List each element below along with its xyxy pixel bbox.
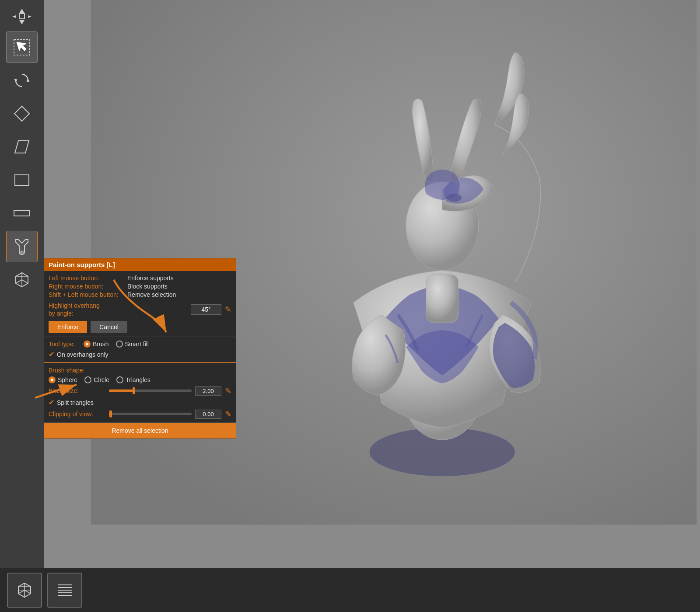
brush-size-edit-icon[interactable]: ✎ — [225, 386, 231, 396]
svg-marker-16 — [15, 141, 29, 153]
brush-size-thumb[interactable] — [133, 387, 135, 394]
svg-point-19 — [20, 250, 24, 254]
support-brush-tool-icon[interactable] — [6, 231, 38, 262]
clipping-slider[interactable] — [109, 413, 192, 415]
svg-marker-14 — [14, 79, 18, 82]
svg-line-22 — [16, 280, 22, 283]
shift-mouse-label: Shift + Left mouse button: — [49, 291, 127, 298]
brush-radio-item[interactable]: Brush — [84, 341, 109, 348]
panel-title: Paint-on supports [L] — [44, 258, 236, 271]
shear-tool-icon[interactable] — [6, 131, 38, 163]
brush-size-value: 2.00 — [195, 386, 221, 396]
enforce-button[interactable]: Enforce — [49, 321, 87, 333]
svg-line-29 — [18, 590, 24, 594]
sphere-radio-label: Sphere — [58, 376, 77, 383]
circle-radio-item[interactable]: Circle — [84, 376, 109, 383]
brush-size-row: Brush size: 2.00 ✎ — [49, 386, 231, 396]
tool-type-label: Tool type: — [49, 341, 75, 348]
svg-rect-3 — [426, 275, 458, 323]
circle-radio-label: Circle — [94, 376, 109, 383]
shift-mouse-row: Shift + Left mouse button: Remove select… — [49, 291, 231, 298]
svg-marker-9 — [12, 15, 16, 18]
svg-rect-17 — [15, 175, 29, 185]
split-triangles-checkbox-icon[interactable]: ✔ — [49, 398, 54, 407]
cancel-button[interactable]: Cancel — [91, 321, 127, 333]
split-triangles-row[interactable]: ✔ Split triangles — [49, 398, 231, 407]
rotate-tool-icon[interactable] — [6, 65, 38, 96]
on-overhangs-only-label: On overhangs only — [57, 351, 108, 358]
svg-line-30 — [24, 590, 31, 594]
brush-radio-label: Brush — [93, 341, 109, 348]
svg-marker-8 — [28, 15, 32, 18]
brush-size-fill — [109, 389, 134, 392]
rectangle-tool-icon[interactable] — [6, 164, 38, 196]
sphere-radio-circle[interactable] — [49, 376, 56, 383]
triangles-radio-label: Triangles — [126, 376, 150, 383]
left-mouse-action: Enforce supports — [127, 275, 174, 282]
clipping-thumb[interactable] — [109, 410, 112, 417]
remove-all-selection-button[interactable]: Remove all selection — [44, 423, 236, 438]
shift-mouse-action: Remove selection — [127, 291, 176, 298]
smart-fill-radio-item[interactable]: Smart fill — [116, 341, 149, 348]
right-mouse-action: Block supports — [127, 283, 168, 290]
brush-size-label: Brush size: — [49, 387, 105, 394]
3d-view-button[interactable] — [7, 573, 42, 608]
split-triangles-label: Split triangles — [57, 399, 94, 406]
svg-marker-12 — [17, 42, 26, 51]
circle-radio-circle[interactable] — [84, 376, 91, 383]
paint-on-supports-panel: Paint-on supports [L] Left mouse button:… — [44, 258, 236, 439]
left-mouse-row: Left mouse button: Enforce supports — [49, 275, 231, 282]
brush-radio-circle[interactable] — [84, 341, 91, 348]
enforce-cancel-row: Enforce Cancel — [49, 321, 231, 333]
angle-input[interactable] — [191, 304, 221, 315]
angle-edit-icon[interactable]: ✎ — [225, 305, 231, 314]
on-overhangs-only-row[interactable]: ✔ On overhangs only — [49, 350, 231, 358]
tool-type-radio-group: Brush Smart fill — [84, 341, 149, 348]
smart-fill-radio-label: Smart fill — [125, 341, 149, 348]
tool-type-row: Tool type: Brush Smart fill — [49, 341, 231, 348]
svg-rect-18 — [14, 211, 30, 216]
brush-shape-section: Brush shape: Sphere Circle Triangles Bru… — [44, 362, 236, 423]
select-tool-icon[interactable] — [6, 31, 38, 63]
nav-arrows-icon[interactable] — [6, 3, 38, 30]
thin-rect-tool-icon[interactable] — [6, 198, 38, 229]
mirror-tool-icon[interactable] — [6, 98, 38, 129]
svg-line-23 — [22, 280, 28, 283]
right-mouse-row: Right mouse button: Block supports — [49, 283, 231, 290]
svg-marker-10 — [19, 20, 24, 24]
overhang-row: Highlight overhangby angle: ✎ — [49, 302, 231, 317]
triangles-radio-circle[interactable] — [116, 376, 123, 383]
svg-rect-15 — [14, 106, 29, 121]
clipping-value: 0.00 — [195, 410, 221, 419]
bottom-bar — [0, 568, 700, 612]
triangles-radio-item[interactable]: Triangles — [116, 376, 150, 383]
svg-rect-7 — [19, 14, 24, 19]
sphere-radio-item[interactable]: Sphere — [49, 376, 77, 383]
overhang-label: Highlight overhangby angle: — [49, 302, 187, 317]
svg-marker-6 — [19, 9, 24, 13]
tool-type-section: Tool type: Brush Smart fill ✔ On overhan… — [44, 337, 236, 362]
right-mouse-label: Right mouse button: — [49, 283, 127, 290]
clipping-edit-icon[interactable]: ✎ — [225, 409, 231, 419]
clipping-label: Clipping of view: — [49, 410, 105, 417]
brush-shape-title: Brush shape: — [49, 367, 231, 374]
smart-fill-radio-circle[interactable] — [116, 341, 123, 348]
brush-size-slider[interactable] — [109, 389, 192, 392]
clipping-row: Clipping of view: 0.00 ✎ — [49, 409, 231, 419]
layers-view-button[interactable] — [47, 573, 82, 608]
svg-marker-13 — [26, 79, 30, 82]
brush-shape-radio-group: Sphere Circle Triangles — [49, 376, 231, 383]
box-view-icon[interactable] — [6, 264, 38, 296]
on-overhangs-checkbox-icon[interactable]: ✔ — [49, 350, 54, 358]
left-toolbar — [0, 0, 44, 568]
mouse-buttons-section: Left mouse button: Enforce supports Righ… — [44, 271, 236, 337]
left-mouse-label: Left mouse button: — [49, 275, 127, 282]
